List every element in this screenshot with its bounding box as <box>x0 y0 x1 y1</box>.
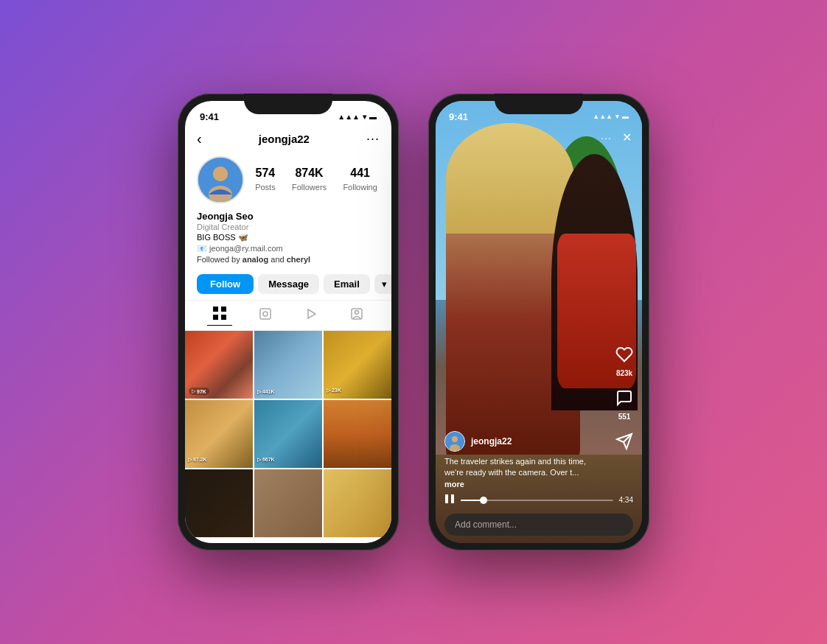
profile-role: Digital Creator <box>197 223 380 231</box>
status-icons: ▲▲▲ ▾ ▬ <box>338 113 377 121</box>
followers-count: 874K <box>292 167 327 180</box>
profile-email[interactable]: 📧 jeonga@ry.mail.com <box>197 244 380 253</box>
follow-button[interactable]: Follow <box>197 274 254 294</box>
post-grid: ▷ 97K ▷ 441K <box>185 331 391 537</box>
video-user-row: jeongja22 <box>444 431 598 452</box>
posts-count: 574 <box>255 167 276 180</box>
svg-rect-7 <box>221 315 226 320</box>
svg-point-12 <box>355 310 359 314</box>
following-label: Following <box>343 183 377 192</box>
pause-button[interactable] <box>444 494 455 506</box>
stats-row: 574 Posts 874K Followers 441 Following <box>253 167 380 193</box>
video-right-actions: 823k 551 <box>615 346 633 455</box>
grid-item[interactable] <box>324 469 391 537</box>
tab-reels[interactable] <box>253 306 278 326</box>
video-bottom-info: jeongja22 The traveler strikes again and… <box>444 431 598 490</box>
phone-screen-2: 9:41 ▲▲▲ ▾ ▬ ··· ✕ <box>436 101 642 543</box>
video-close-button[interactable]: ✕ <box>622 130 632 144</box>
grid-item[interactable]: ▷ 87.2K <box>185 400 253 468</box>
profile-username-title: jeongja22 <box>259 133 310 145</box>
email-button[interactable]: Email <box>324 274 370 294</box>
grid-item[interactable] <box>185 469 253 537</box>
tab-videos[interactable] <box>299 306 324 326</box>
phone-profile: 9:41 ▲▲▲ ▾ ▬ ‹ jeongja22 ··· <box>178 94 399 550</box>
status-time-2: 9:41 <box>449 111 468 122</box>
svg-rect-4 <box>213 307 218 312</box>
video-avatar[interactable] <box>444 431 465 452</box>
wifi-icon: ▾ <box>363 113 366 121</box>
grid-item[interactable]: ▷ 23K <box>324 331 391 399</box>
caption-more[interactable]: more <box>444 480 464 489</box>
grid-item[interactable] <box>324 400 391 468</box>
grid-item[interactable] <box>254 469 322 537</box>
phones-container: 9:41 ▲▲▲ ▾ ▬ ‹ jeongja22 ··· <box>178 94 649 550</box>
phone-screen: 9:41 ▲▲▲ ▾ ▬ ‹ jeongja22 ··· <box>185 101 391 543</box>
svg-rect-8 <box>260 309 271 319</box>
grid-thumbnail: ▷ 97K <box>185 331 253 399</box>
grid-thumbnail <box>254 469 322 537</box>
grid-thumbnail <box>324 469 391 537</box>
avatar[interactable] <box>197 156 244 203</box>
grid-thumbnail <box>324 400 391 468</box>
tab-tagged[interactable] <box>344 306 369 326</box>
comment-input[interactable]: Add comment... <box>444 514 633 536</box>
more-actions-button[interactable]: ▾ <box>374 274 391 294</box>
comment-count: 551 <box>618 413 631 421</box>
follower-2[interactable]: cheryl <box>287 255 310 264</box>
battery-icon: ▬ <box>369 113 377 121</box>
status-icons-2: ▲▲▲ ▾ ▬ <box>593 113 629 120</box>
display-name: Jeongja Seo <box>197 211 380 222</box>
stat-followers[interactable]: 874K Followers <box>292 167 327 193</box>
grid-thumbnail: ▷ 23K <box>324 331 391 399</box>
grid-thumbnail: ▷ 441K <box>254 331 322 399</box>
svg-marker-10 <box>308 309 315 318</box>
heart-icon <box>615 346 633 368</box>
more-options-button[interactable]: ··· <box>366 131 380 147</box>
followers-label: Followers <box>292 183 327 192</box>
svg-rect-25 <box>445 494 448 503</box>
share-action[interactable] <box>615 433 633 455</box>
video-username[interactable]: jeongja22 <box>471 436 512 447</box>
video-caption: The traveler strikes again and this time… <box>444 456 598 490</box>
notch-2 <box>495 94 583 114</box>
message-button[interactable]: Message <box>258 274 319 294</box>
following-count: 441 <box>343 167 377 180</box>
like-count: 823k <box>616 369 632 377</box>
followed-by: Followed by analog and cheryl <box>197 255 380 264</box>
wifi-icon-2: ▾ <box>615 113 619 120</box>
profile-nav: ‹ jeongja22 ··· <box>185 127 391 153</box>
posts-label: Posts <box>255 183 276 192</box>
svg-point-3 <box>213 167 228 181</box>
bottom-nav <box>185 537 391 543</box>
video-overlay: 9:41 ▲▲▲ ▾ ▬ ··· ✕ <box>436 101 642 543</box>
grid-thumbnail: ▷ 667K <box>254 400 322 468</box>
phone-reels: 9:41 ▲▲▲ ▾ ▬ ··· ✕ <box>428 94 649 550</box>
back-button[interactable]: ‹ <box>197 130 202 147</box>
svg-rect-6 <box>213 315 218 320</box>
video-progress-area: 4:34 <box>444 494 633 506</box>
stat-following[interactable]: 441 Following <box>343 167 377 193</box>
tab-grid[interactable] <box>207 305 232 326</box>
action-buttons: Follow Message Email ▾ <box>185 270 391 300</box>
caption-text: The traveler strikes again and this time… <box>444 457 586 477</box>
grid-item[interactable]: ▷ 97K <box>185 331 253 399</box>
signal-icon-2: ▲▲▲ <box>593 113 613 120</box>
profile-details: Jeongja Seo Digital Creator BIG BOSS 🦋 📧… <box>185 209 391 270</box>
content-tabs <box>185 300 391 331</box>
notch <box>244 94 332 114</box>
svg-point-9 <box>263 312 268 316</box>
progress-bar-bg[interactable] <box>461 500 613 501</box>
grid-thumbnail <box>185 469 253 537</box>
grid-item[interactable]: ▷ 667K <box>254 400 322 468</box>
comment-action[interactable]: 551 <box>615 389 633 421</box>
video-top-controls: ··· ✕ <box>601 130 632 144</box>
svg-rect-5 <box>221 307 226 312</box>
grid-item[interactable]: ▷ 441K <box>254 331 322 399</box>
stat-posts: 574 Posts <box>255 167 276 193</box>
like-action[interactable]: 823k <box>615 346 633 377</box>
video-more-button[interactable]: ··· <box>601 132 612 144</box>
svg-rect-26 <box>451 494 454 503</box>
follower-1[interactable]: analog <box>242 255 268 264</box>
progress-scrubber[interactable] <box>480 497 487 504</box>
comment-icon <box>615 389 633 411</box>
